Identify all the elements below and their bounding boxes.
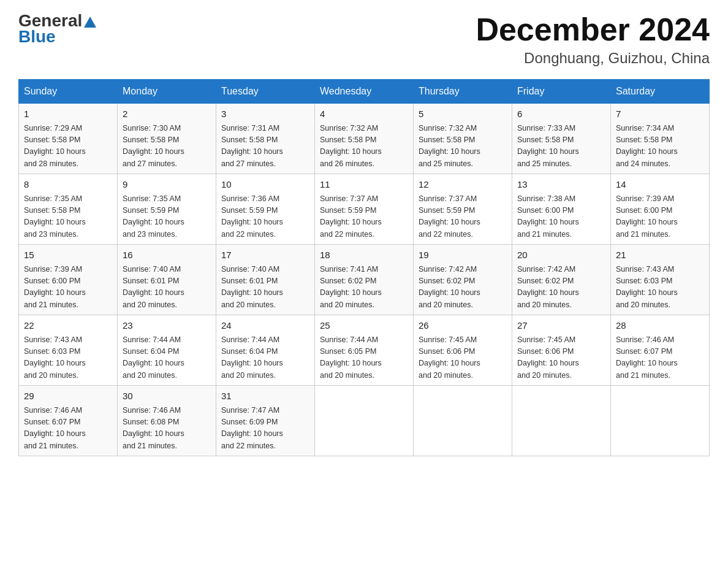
day-info: Sunrise: 7:46 AM Sunset: 6:07 PM Dayligh…	[616, 334, 704, 382]
weekday-header-wednesday: Wednesday	[315, 80, 414, 104]
day-number: 17	[221, 248, 309, 262]
day-number: 20	[517, 248, 605, 262]
weekday-header-thursday: Thursday	[414, 80, 512, 104]
calendar-cell: 4Sunrise: 7:32 AM Sunset: 5:58 PM Daylig…	[315, 104, 414, 174]
day-number: 9	[123, 178, 211, 192]
calendar-table: SundayMondayTuesdayWednesdayThursdayFrid…	[18, 79, 710, 456]
day-info: Sunrise: 7:45 AM Sunset: 6:06 PM Dayligh…	[419, 334, 507, 382]
calendar-cell: 8Sunrise: 7:35 AM Sunset: 5:58 PM Daylig…	[19, 174, 118, 245]
calendar-cell: 7Sunrise: 7:34 AM Sunset: 5:58 PM Daylig…	[611, 104, 710, 174]
day-number: 2	[123, 107, 211, 121]
day-info: Sunrise: 7:32 AM Sunset: 5:58 PM Dayligh…	[320, 123, 408, 170]
calendar-cell: 27Sunrise: 7:45 AM Sunset: 6:06 PM Dayli…	[512, 315, 611, 386]
calendar-week-row: 22Sunrise: 7:43 AM Sunset: 6:03 PM Dayli…	[19, 315, 710, 386]
calendar-cell: 21Sunrise: 7:43 AM Sunset: 6:03 PM Dayli…	[611, 245, 710, 315]
day-number: 10	[221, 178, 309, 192]
calendar-cell	[315, 386, 414, 456]
calendar-cell: 3Sunrise: 7:31 AM Sunset: 5:58 PM Daylig…	[216, 104, 315, 174]
calendar-cell: 2Sunrise: 7:30 AM Sunset: 5:58 PM Daylig…	[118, 104, 216, 174]
weekday-header-monday: Monday	[118, 80, 216, 104]
day-info: Sunrise: 7:44 AM Sunset: 6:04 PM Dayligh…	[123, 334, 211, 382]
day-info: Sunrise: 7:46 AM Sunset: 6:07 PM Dayligh…	[24, 405, 112, 453]
calendar-cell: 10Sunrise: 7:36 AM Sunset: 5:59 PM Dayli…	[216, 174, 315, 245]
day-number: 15	[24, 248, 112, 262]
calendar-cell: 28Sunrise: 7:46 AM Sunset: 6:07 PM Dayli…	[611, 315, 710, 386]
day-number: 14	[616, 178, 704, 192]
day-info: Sunrise: 7:37 AM Sunset: 5:59 PM Dayligh…	[320, 193, 408, 241]
calendar-cell: 16Sunrise: 7:40 AM Sunset: 6:01 PM Dayli…	[118, 245, 216, 315]
calendar-cell: 23Sunrise: 7:44 AM Sunset: 6:04 PM Dayli…	[118, 315, 216, 386]
calendar-cell: 29Sunrise: 7:46 AM Sunset: 6:07 PM Dayli…	[19, 386, 118, 456]
weekday-header-saturday: Saturday	[611, 80, 710, 104]
calendar-cell: 11Sunrise: 7:37 AM Sunset: 5:59 PM Dayli…	[315, 174, 414, 245]
calendar-cell	[414, 386, 512, 456]
calendar-cell: 9Sunrise: 7:35 AM Sunset: 5:59 PM Daylig…	[118, 174, 216, 245]
day-number: 31	[221, 389, 309, 404]
day-number: 22	[24, 319, 112, 333]
calendar-week-row: 29Sunrise: 7:46 AM Sunset: 6:07 PM Dayli…	[19, 386, 710, 456]
day-info: Sunrise: 7:36 AM Sunset: 5:59 PM Dayligh…	[221, 193, 309, 241]
day-number: 29	[24, 389, 112, 404]
logo: General Blue	[18, 12, 98, 45]
day-info: Sunrise: 7:46 AM Sunset: 6:08 PM Dayligh…	[123, 405, 211, 453]
calendar-cell: 24Sunrise: 7:44 AM Sunset: 6:04 PM Dayli…	[216, 315, 315, 386]
day-info: Sunrise: 7:42 AM Sunset: 6:02 PM Dayligh…	[419, 264, 507, 312]
day-number: 4	[320, 107, 408, 121]
day-info: Sunrise: 7:43 AM Sunset: 6:03 PM Dayligh…	[616, 264, 704, 312]
day-info: Sunrise: 7:35 AM Sunset: 5:58 PM Dayligh…	[24, 193, 112, 241]
logo-triangle-icon	[84, 17, 96, 28]
day-number: 21	[616, 248, 704, 262]
day-info: Sunrise: 7:32 AM Sunset: 5:58 PM Dayligh…	[419, 123, 507, 170]
day-info: Sunrise: 7:42 AM Sunset: 6:02 PM Dayligh…	[517, 264, 605, 312]
calendar-cell: 14Sunrise: 7:39 AM Sunset: 6:00 PM Dayli…	[611, 174, 710, 245]
calendar-cell: 5Sunrise: 7:32 AM Sunset: 5:58 PM Daylig…	[414, 104, 512, 174]
calendar-cell: 17Sunrise: 7:40 AM Sunset: 6:01 PM Dayli…	[216, 245, 315, 315]
day-number: 1	[24, 107, 112, 121]
calendar-cell: 25Sunrise: 7:44 AM Sunset: 6:05 PM Dayli…	[315, 315, 414, 386]
day-info: Sunrise: 7:40 AM Sunset: 6:01 PM Dayligh…	[221, 264, 309, 312]
calendar-cell: 22Sunrise: 7:43 AM Sunset: 6:03 PM Dayli…	[19, 315, 118, 386]
calendar-cell: 26Sunrise: 7:45 AM Sunset: 6:06 PM Dayli…	[414, 315, 512, 386]
day-info: Sunrise: 7:40 AM Sunset: 6:01 PM Dayligh…	[123, 264, 211, 312]
day-number: 27	[517, 319, 605, 333]
day-info: Sunrise: 7:39 AM Sunset: 6:00 PM Dayligh…	[616, 193, 704, 241]
day-number: 6	[517, 107, 605, 121]
location-subtitle: Donghuang, Guizhou, China	[476, 50, 710, 67]
day-info: Sunrise: 7:38 AM Sunset: 6:00 PM Dayligh…	[517, 193, 605, 241]
weekday-header-sunday: Sunday	[19, 80, 118, 104]
day-number: 30	[123, 389, 211, 404]
day-info: Sunrise: 7:37 AM Sunset: 5:59 PM Dayligh…	[419, 193, 507, 241]
day-number: 3	[221, 107, 309, 121]
weekday-header-friday: Friday	[512, 80, 611, 104]
day-info: Sunrise: 7:47 AM Sunset: 6:09 PM Dayligh…	[221, 405, 309, 453]
day-info: Sunrise: 7:31 AM Sunset: 5:58 PM Dayligh…	[221, 123, 309, 170]
day-info: Sunrise: 7:39 AM Sunset: 6:00 PM Dayligh…	[24, 264, 112, 312]
calendar-cell: 15Sunrise: 7:39 AM Sunset: 6:00 PM Dayli…	[19, 245, 118, 315]
calendar-cell: 6Sunrise: 7:33 AM Sunset: 5:58 PM Daylig…	[512, 104, 611, 174]
calendar-cell	[512, 386, 611, 456]
day-info: Sunrise: 7:33 AM Sunset: 5:58 PM Dayligh…	[517, 123, 605, 170]
calendar-week-row: 1Sunrise: 7:29 AM Sunset: 5:58 PM Daylig…	[19, 104, 710, 174]
calendar-week-row: 8Sunrise: 7:35 AM Sunset: 5:58 PM Daylig…	[19, 174, 710, 245]
day-number: 11	[320, 178, 408, 192]
day-number: 12	[419, 178, 507, 192]
calendar-cell: 19Sunrise: 7:42 AM Sunset: 6:02 PM Dayli…	[414, 245, 512, 315]
day-number: 8	[24, 178, 112, 192]
day-number: 23	[123, 319, 211, 333]
calendar-cell: 20Sunrise: 7:42 AM Sunset: 6:02 PM Dayli…	[512, 245, 611, 315]
day-info: Sunrise: 7:34 AM Sunset: 5:58 PM Dayligh…	[616, 123, 704, 170]
logo-blue-text: Blue	[18, 28, 98, 45]
day-info: Sunrise: 7:44 AM Sunset: 6:04 PM Dayligh…	[221, 334, 309, 382]
calendar-cell	[611, 386, 710, 456]
calendar-cell: 13Sunrise: 7:38 AM Sunset: 6:00 PM Dayli…	[512, 174, 611, 245]
day-number: 13	[517, 178, 605, 192]
calendar-week-row: 15Sunrise: 7:39 AM Sunset: 6:00 PM Dayli…	[19, 245, 710, 315]
day-info: Sunrise: 7:29 AM Sunset: 5:58 PM Dayligh…	[24, 123, 112, 170]
day-number: 26	[419, 319, 507, 333]
day-info: Sunrise: 7:41 AM Sunset: 6:02 PM Dayligh…	[320, 264, 408, 312]
day-number: 5	[419, 107, 507, 121]
day-number: 28	[616, 319, 704, 333]
weekday-header-row: SundayMondayTuesdayWednesdayThursdayFrid…	[19, 80, 710, 104]
page-header: General Blue December 2024 Donghuang, Gu…	[18, 12, 710, 67]
day-number: 18	[320, 248, 408, 262]
